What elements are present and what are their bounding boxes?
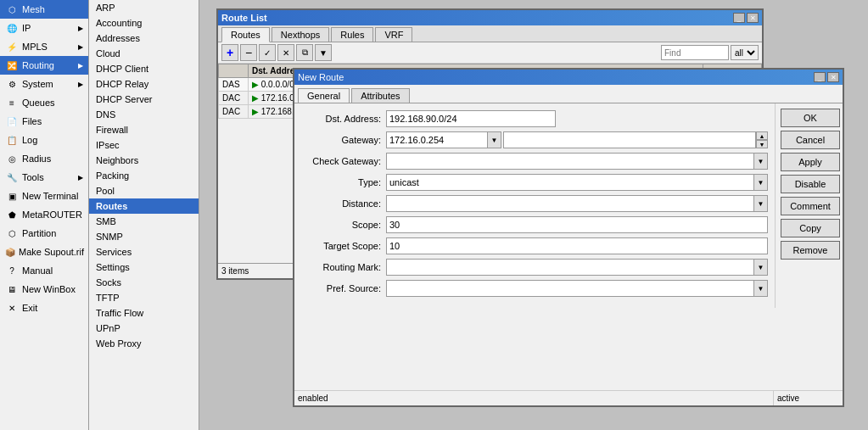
gateway-dropdown-btn[interactable]: ▼	[488, 131, 501, 148]
sidebar-item-ip[interactable]: 🌐 IP ▶	[0, 19, 88, 37]
pref-source-input[interactable]	[386, 280, 754, 297]
sidebar-item-queues[interactable]: ≡ Queues	[0, 93, 88, 112]
routing-mark-dropdown-btn[interactable]: ▼	[754, 259, 768, 276]
dst-address-row: Dst. Address:	[301, 110, 768, 127]
submenu-item-socks[interactable]: Socks	[89, 275, 199, 290]
submenu-item-accounting[interactable]: Accounting	[89, 15, 199, 31]
sidebar-item-terminal[interactable]: ▣ New Terminal	[0, 187, 88, 205]
submenu-item-web-proxy[interactable]: Web Proxy	[89, 336, 199, 351]
dialog-status-right: active	[773, 390, 843, 405]
submenu-item-upnp[interactable]: UPnP	[89, 321, 199, 336]
type-combo: ▼	[386, 174, 768, 191]
tools-icon: 🔧	[5, 170, 19, 184]
sidebar-item-mpls[interactable]: ⚡ MPLS ▶	[0, 37, 88, 56]
gateway-combo: ▼ ▲ ▼	[386, 131, 768, 148]
submenu-item-dhcp-client[interactable]: DHCP Client	[89, 61, 199, 76]
find-select[interactable]: all	[731, 45, 759, 60]
sidebar-item-supout[interactable]: 📦 Make Supout.rif	[0, 243, 88, 261]
add-button[interactable]: +	[221, 44, 238, 61]
tab-nexthops[interactable]: Nexthops	[272, 27, 329, 42]
submenu-item-neighbors[interactable]: Neighbors	[89, 153, 199, 168]
disable-button[interactable]: ✕	[277, 44, 294, 61]
submenu-item-dns[interactable]: DNS	[89, 107, 199, 122]
submenu-item-services[interactable]: Services	[89, 244, 199, 260]
routing-mark-combo: ▼	[386, 259, 768, 276]
scope-input[interactable]	[386, 216, 768, 233]
pref-source-dropdown-btn[interactable]: ▼	[754, 280, 768, 297]
sidebar-item-routing[interactable]: 🔀 Routing ▶	[0, 56, 88, 75]
tab-rules[interactable]: Rules	[331, 27, 373, 42]
sidebar-item-log[interactable]: 📋 Log	[0, 131, 88, 149]
enable-button[interactable]: ✓	[259, 44, 276, 61]
arrow-icon: ▶	[78, 25, 83, 32]
submenu-item-ipsec[interactable]: IPsec	[89, 137, 199, 153]
dst-address-label: Dst. Address:	[301, 114, 386, 124]
log-icon: 📋	[5, 133, 19, 147]
distance-dropdown-btn[interactable]: ▼	[754, 195, 768, 212]
minimize-button[interactable]: _	[733, 13, 745, 23]
submenu-item-addresses[interactable]: Addresses	[89, 31, 199, 46]
sidebar-item-system[interactable]: ⚙ System ▶	[0, 75, 88, 93]
sidebar-item-files[interactable]: 📄 Files	[0, 112, 88, 131]
sidebar-item-metarouter[interactable]: ⬟ MetaROUTER	[0, 205, 88, 224]
disable-button[interactable]: Disable	[781, 175, 840, 193]
remove-button[interactable]: Remove	[781, 241, 840, 260]
metarouter-icon: ⬟	[5, 208, 19, 221]
tab-vrf[interactable]: VRF	[375, 27, 412, 42]
sidebar-item-partition[interactable]: ⬡ Partition	[0, 224, 88, 243]
sidebar-item-exit[interactable]: ✕ Exit	[0, 299, 88, 317]
submenu-item-smb[interactable]: SMB	[89, 214, 199, 229]
submenu-item-settings[interactable]: Settings	[89, 260, 199, 275]
sidebar-item-winbox[interactable]: 🖥 New WinBox	[0, 280, 88, 299]
find-input[interactable]	[661, 45, 729, 60]
submenu-item-cloud[interactable]: Cloud	[89, 46, 199, 61]
comment-button[interactable]: Comment	[781, 197, 840, 215]
check-gateway-combo: ▼	[386, 153, 768, 170]
type-dropdown-btn[interactable]: ▼	[754, 174, 768, 191]
sidebar-item-mesh[interactable]: ⬡ Mesh	[0, 0, 88, 19]
target-scope-input[interactable]	[386, 237, 768, 254]
tab-routes[interactable]: Routes	[221, 27, 270, 42]
dialog-tab-general[interactable]: General	[298, 88, 350, 103]
submenu-item-arp[interactable]: ARP	[89, 0, 199, 15]
submenu-item-tftp[interactable]: TFTP	[89, 290, 199, 305]
check-gateway-input[interactable]	[386, 153, 754, 170]
copy-button[interactable]: Copy	[781, 219, 840, 237]
sidebar-item-tools[interactable]: 🔧 Tools ▶	[0, 168, 88, 187]
dst-address-input[interactable]	[386, 110, 556, 127]
remove-button[interactable]: −	[240, 44, 257, 61]
ok-button[interactable]: OK	[781, 109, 840, 127]
routing-mark-input[interactable]	[386, 259, 754, 276]
dialog-close-button[interactable]: ✕	[827, 72, 839, 82]
submenu-item-dhcp-server[interactable]: DHCP Server	[89, 92, 199, 107]
cancel-button[interactable]: Cancel	[781, 131, 840, 149]
distance-input[interactable]	[386, 195, 754, 212]
submenu-item-routes[interactable]: Routes	[89, 198, 199, 214]
apply-button[interactable]: Apply	[781, 153, 840, 171]
sidebar-item-radius[interactable]: ◎ Radius	[0, 149, 88, 168]
check-gateway-dropdown-btn[interactable]: ▼	[754, 153, 768, 170]
submenu-item-pool[interactable]: Pool	[89, 183, 199, 198]
close-button[interactable]: ✕	[747, 13, 759, 23]
gateway-scroll-btns: ▲ ▼	[756, 131, 768, 148]
routing-icon: 🔀	[5, 59, 19, 72]
gateway-row: Gateway: ▼ ▲ ▼	[301, 131, 768, 148]
sidebar-item-manual[interactable]: ? Manual	[0, 261, 88, 280]
type-input[interactable]	[386, 174, 754, 191]
gateway-input[interactable]	[386, 131, 488, 148]
route-list-title: Route List	[221, 13, 267, 23]
dialog-minimize-button[interactable]: _	[814, 72, 826, 82]
submenu-item-traffic-flow[interactable]: Traffic Flow	[89, 305, 199, 321]
new-route-title: New Route	[298, 72, 344, 82]
gateway-scroll-up[interactable]: ▲	[756, 131, 768, 140]
filter-button[interactable]: ▼	[315, 44, 332, 61]
dialog-tab-attributes[interactable]: Attributes	[351, 88, 409, 103]
gateway-label: Gateway:	[301, 135, 386, 145]
submenu-item-firewall[interactable]: Firewall	[89, 122, 199, 137]
copy-button[interactable]: ⧉	[296, 44, 313, 61]
submenu-item-packing[interactable]: Packing	[89, 168, 199, 183]
gateway-extra-input[interactable]	[503, 131, 756, 148]
submenu-item-dhcp-relay[interactable]: DHCP Relay	[89, 76, 199, 92]
gateway-scroll-down[interactable]: ▼	[756, 140, 768, 148]
submenu-item-snmp[interactable]: SNMP	[89, 229, 199, 244]
